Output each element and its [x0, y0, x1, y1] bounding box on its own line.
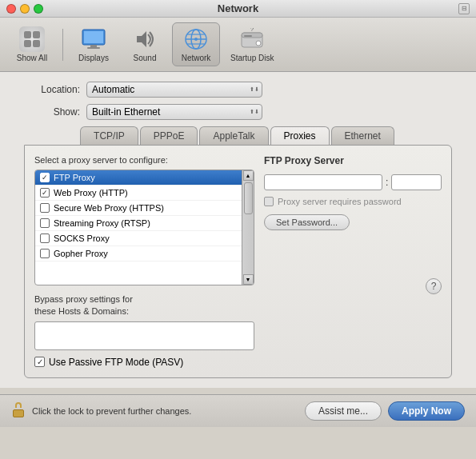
location-row: Location: Automatic [16, 82, 460, 98]
proxy-check-ftp[interactable] [40, 173, 50, 182]
toolbar-item-startup-disk[interactable]: ? Startup Disk [223, 22, 281, 66]
bottom-bar: Click the lock to prevent further change… [0, 394, 476, 427]
proxy-item-https[interactable]: Secure Web Proxy (HTTPS) [35, 201, 242, 216]
toolbar-label-startup-disk: Startup Disk [230, 54, 274, 62]
scroll-thumb[interactable] [244, 182, 253, 214]
right-column: FTP Proxy Server : Proxy server requires… [264, 155, 442, 368]
toolbar: Show All Displays Sound [0, 18, 476, 72]
title-bar: Network ⊟ [0, 0, 476, 18]
svg-rect-3 [33, 40, 40, 47]
svg-marker-8 [137, 31, 146, 47]
lock-text: Click the lock to prevent further change… [32, 406, 298, 416]
displays-icon [81, 26, 106, 52]
bypass-input[interactable] [34, 321, 254, 350]
svg-rect-18 [244, 35, 252, 37]
startup-disk-icon: ? [239, 26, 265, 52]
toolbar-item-network[interactable]: Network [172, 22, 220, 66]
toolbar-item-show-all[interactable]: Show All [8, 22, 56, 66]
svg-rect-2 [24, 40, 31, 47]
ftp-proxy-title: FTP Proxy Server [264, 155, 442, 166]
scroll-down-button[interactable]: ▼ [243, 274, 254, 285]
svg-rect-5 [84, 31, 103, 43]
resize-icon[interactable]: ⊟ [458, 3, 470, 14]
toolbar-label-sound: Sound [134, 54, 157, 62]
proxy-item-gopher[interactable]: Gopher Proxy [35, 246, 242, 261]
proxy-check-https[interactable] [40, 203, 50, 213]
proxy-list-content: FTP Proxy Web Proxy (HTTP) Secure Web Pr… [35, 170, 242, 285]
lock-shackle [15, 402, 22, 408]
sound-icon [132, 26, 158, 52]
proxy-label-ftp: FTP Proxy [54, 173, 95, 182]
assist-button[interactable]: Assist me... [305, 401, 382, 421]
svg-rect-1 [33, 31, 40, 38]
ftp-port-input[interactable] [391, 174, 442, 190]
tabs: TCP/IP PPPoE AppleTalk Proxies Ethernet [80, 126, 396, 145]
apply-now-button[interactable]: Apply Now [388, 401, 465, 421]
location-label: Location: [16, 84, 80, 95]
requires-password-row: Proxy server requires password [264, 197, 442, 206]
tab-tcpip[interactable]: TCP/IP [80, 126, 138, 145]
svg-point-14 [194, 38, 198, 41]
show-row: Show: Built-in Ethernet [16, 104, 460, 120]
proxy-item-http[interactable]: Web Proxy (HTTP) [35, 186, 242, 201]
lock-body [13, 409, 24, 417]
bypass-label: Bypass proxy settings forthese Hosts & D… [34, 293, 254, 318]
location-select-wrapper: Automatic [86, 82, 262, 98]
toolbar-item-displays[interactable]: Displays [70, 22, 118, 66]
panel-body: Select a proxy server to configure: FTP … [34, 155, 442, 368]
toolbar-label-displays: Displays [78, 54, 109, 62]
set-password-button[interactable]: Set Password... [264, 214, 350, 230]
show-select[interactable]: Built-in Ethernet [86, 104, 262, 120]
svg-rect-6 [90, 45, 97, 47]
network-icon [183, 26, 209, 52]
left-column: Select a proxy server to configure: FTP … [34, 155, 254, 368]
toolbar-label-network: Network [182, 54, 211, 62]
tab-proxies[interactable]: Proxies [270, 126, 330, 145]
tab-ethernet[interactable]: Ethernet [331, 126, 394, 145]
tabs-container: TCP/IP PPPoE AppleTalk Proxies Ethernet [16, 126, 460, 145]
main-panel: Select a proxy server to configure: FTP … [24, 145, 452, 378]
minimize-button[interactable] [20, 4, 30, 14]
tab-appletalk[interactable]: AppleTalk [199, 126, 268, 145]
passive-ftp-label: Use Passive FTP Mode (PASV) [49, 357, 183, 368]
svg-point-17 [256, 41, 261, 46]
proxy-section-title: Select a proxy server to configure: [34, 155, 254, 165]
passive-ftp-checkbox[interactable] [34, 357, 45, 367]
proxy-check-http[interactable] [40, 188, 50, 198]
scroll-up-button[interactable]: ▲ [243, 170, 254, 181]
ftp-server-input[interactable] [264, 174, 382, 190]
toolbar-separator [62, 29, 63, 61]
requires-password-checkbox[interactable] [264, 197, 274, 206]
proxy-item-socks[interactable]: SOCKS Proxy [35, 231, 242, 246]
show-label: Show: [16, 106, 80, 118]
show-select-wrapper: Built-in Ethernet [86, 104, 262, 120]
proxy-item-ftp[interactable]: FTP Proxy [35, 170, 242, 186]
location-select[interactable]: Automatic [86, 82, 262, 98]
tab-pppoe[interactable]: PPPoE [140, 126, 198, 145]
toolbar-item-sound[interactable]: Sound [121, 22, 169, 66]
passive-ftp-row: Use Passive FTP Mode (PASV) [34, 357, 254, 368]
proxy-check-rtsp[interactable] [40, 218, 50, 228]
svg-rect-16 [242, 33, 262, 38]
window-title: Network [218, 2, 258, 14]
proxy-label-rtsp: Streaming Proxy (RTSP) [54, 218, 150, 228]
show-all-icon [19, 26, 45, 52]
proxy-item-rtsp[interactable]: Streaming Proxy (RTSP) [35, 216, 242, 231]
lock-icon[interactable] [11, 402, 26, 420]
requires-password-label: Proxy server requires password [278, 197, 402, 206]
proxy-label-gopher: Gopher Proxy [54, 249, 108, 258]
proxy-check-gopher[interactable] [40, 249, 50, 258]
svg-rect-0 [24, 31, 31, 38]
proxy-check-socks[interactable] [40, 233, 50, 243]
content-area: Location: Automatic Show: Built-in Ether… [0, 72, 476, 388]
help-button[interactable]: ? [426, 278, 442, 294]
proxy-label-https: Secure Web Proxy (HTTPS) [54, 203, 164, 213]
maximize-button[interactable] [34, 4, 43, 14]
colon-separator: : [386, 177, 388, 188]
svg-rect-7 [87, 47, 100, 49]
ftp-server-row: : [264, 174, 442, 190]
proxy-list: FTP Proxy Web Proxy (HTTP) Secure Web Pr… [34, 170, 254, 285]
proxy-label-socks: SOCKS Proxy [54, 233, 110, 243]
scrollbar[interactable]: ▲ ▼ [242, 170, 254, 285]
close-button[interactable] [6, 4, 16, 14]
